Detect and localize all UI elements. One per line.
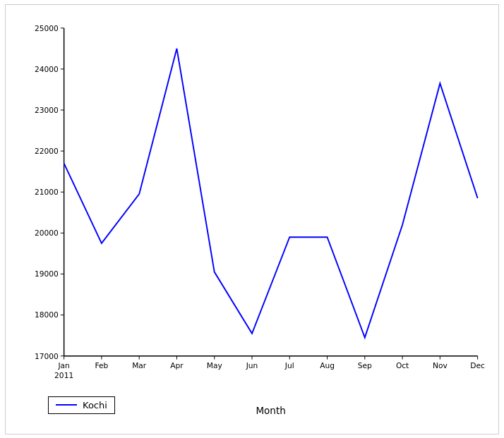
svg-text:Feb: Feb <box>95 361 108 370</box>
svg-text:Nov: Nov <box>433 361 448 370</box>
svg-text:22000: 22000 <box>35 147 59 156</box>
svg-text:Oct: Oct <box>396 361 409 370</box>
svg-text:2011: 2011 <box>54 370 73 379</box>
svg-text:21000: 21000 <box>35 188 59 197</box>
line-chart: 1700018000190002000021000220002300024000… <box>13 12 491 427</box>
legend-label: Kochi <box>83 400 107 410</box>
svg-text:Mar: Mar <box>132 361 147 370</box>
chart-container: 1700018000190002000021000220002300024000… <box>5 4 499 434</box>
svg-text:May: May <box>207 361 222 370</box>
svg-text:17000: 17000 <box>35 351 59 360</box>
svg-text:19000: 19000 <box>35 269 59 279</box>
svg-text:Jun: Jun <box>246 361 258 370</box>
svg-text:20000: 20000 <box>35 229 59 238</box>
svg-text:23000: 23000 <box>35 105 59 114</box>
svg-text:Dec: Dec <box>470 361 485 370</box>
svg-text:25000: 25000 <box>35 23 59 32</box>
legend-line-icon <box>56 404 77 406</box>
svg-text:Aug: Aug <box>320 361 335 370</box>
svg-text:Jan: Jan <box>57 361 69 370</box>
svg-text:Apr: Apr <box>170 361 184 370</box>
legend: Kochi <box>48 396 115 414</box>
svg-text:Month: Month <box>256 405 285 416</box>
svg-text:24000: 24000 <box>35 64 59 73</box>
svg-text:18000: 18000 <box>35 310 59 320</box>
svg-text:Jul: Jul <box>284 361 294 370</box>
svg-text:Sep: Sep <box>358 361 372 370</box>
